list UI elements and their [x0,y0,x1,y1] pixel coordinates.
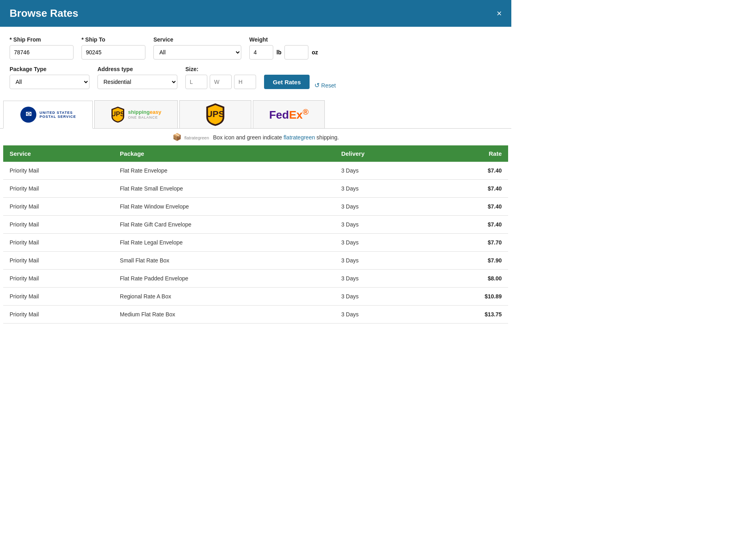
cell-service: Priority Mail [3,306,113,324]
flatrategreen-logo-text: flatrategreen [185,135,209,140]
cell-delivery: 3 Days [335,270,429,288]
cell-delivery: 3 Days [335,306,429,324]
cell-rate: $10.89 [429,288,508,306]
ship-from-input[interactable] [10,45,74,60]
cell-package: Flat Rate Small Envelope [113,180,335,198]
rates-section: Service Package Delivery Rate Priority M… [0,145,511,324]
flatrategreen-icon: 📦 [173,133,181,141]
cell-service: Priority Mail [3,288,113,306]
lb-unit-label: lb [276,49,281,56]
package-type-group: Package Type All Package Flat Rate Envel… [10,66,89,89]
cell-package: Flat Rate Window Envelope [113,198,335,216]
notice-text-before: Box icon and green indicate [213,134,284,141]
cell-service: Priority Mail [3,270,113,288]
cell-service: Priority Mail [3,198,113,216]
table-row: Priority Mail Flat Rate Envelope 3 Days … [3,162,508,180]
table-header: Service Package Delivery Rate [3,145,508,162]
table-row: Priority Mail Regional Rate A Box 3 Days… [3,288,508,306]
cell-package: Flat Rate Legal Envelope [113,234,335,252]
weight-oz-input[interactable] [284,45,308,60]
cell-delivery: 3 Days [335,234,429,252]
size-label: Size: [185,66,256,72]
size-l-input[interactable] [185,75,207,89]
form-row-2: Package Type All Package Flat Rate Envel… [10,66,502,89]
ups-shield-icon: UPS [111,106,125,123]
ship-from-group: * Ship From [10,36,74,60]
filter-form: * Ship From * Ship To Service All Priori… [0,27,511,100]
oz-unit-label: oz [312,49,318,56]
cell-rate: $7.70 [429,234,508,252]
col-rate: Rate [429,145,508,162]
cell-package: Flat Rate Gift Card Envelope [113,216,335,234]
service-label: Service [153,36,241,43]
modal-header: Browse Rates × [0,0,511,27]
close-button[interactable]: × [497,9,502,18]
table-row: Priority Mail Flat Rate Small Envelope 3… [3,180,508,198]
weight-lb-input[interactable] [249,45,273,60]
service-group: Service All Priority Mail First Class Pa… [153,36,241,60]
rates-table: Service Package Delivery Rate Priority M… [3,145,508,324]
fedex-logo: FedEx® [269,107,309,121]
cell-rate: $7.40 [429,180,508,198]
cell-rate: $13.75 [429,306,508,324]
table-row: Priority Mail Flat Rate Gift Card Envelo… [3,216,508,234]
weight-group: Weight lb oz [249,36,318,60]
col-service: Service [3,145,113,162]
table-row: Priority Mail Small Flat Rate Box 3 Days… [3,252,508,270]
cell-package: Small Flat Rate Box [113,252,335,270]
table-row: Priority Mail Flat Rate Legal Envelope 3… [3,234,508,252]
ship-to-input[interactable] [81,45,145,60]
address-type-label: Address type [97,66,177,72]
cell-delivery: 3 Days [335,288,429,306]
ship-to-label: * Ship To [81,36,145,43]
table-row: Priority Mail Flat Rate Window Envelope … [3,198,508,216]
cell-rate: $7.40 [429,198,508,216]
usps-logo: ✉ UNITED STATES POSTAL SERVICE [20,106,76,123]
flatrategreen-notice: 📦 flatrategreen Box icon and green indic… [0,129,511,145]
package-type-label: Package Type [10,66,89,72]
get-rates-button[interactable]: Get Rates [264,75,310,89]
carrier-tabs: ✉ UNITED STATES POSTAL SERVICE UPS shipp… [0,100,511,129]
notice-text-after: shipping. [316,134,339,141]
cell-delivery: 3 Days [335,252,429,270]
flatrategreen-link[interactable]: flatrategreen [284,134,315,141]
page-title: Browse Rates [10,7,78,20]
cell-service: Priority Mail [3,234,113,252]
ship-from-label: * Ship From [10,36,74,43]
action-buttons: Get Rates ↺ Reset [264,75,336,89]
cell-package: Medium Flat Rate Box [113,306,335,324]
reset-button[interactable]: ↺ Reset [314,81,336,89]
carrier-tab-ups-se[interactable]: UPS shippingeasy ONE BALANCE [94,100,178,128]
cell-delivery: 3 Days [335,216,429,234]
col-delivery: Delivery [335,145,429,162]
size-h-input[interactable] [234,75,256,89]
service-select[interactable]: All Priority Mail First Class Parcel Sel… [153,45,241,60]
size-inputs [185,75,256,89]
cell-delivery: 3 Days [335,198,429,216]
cell-package: Flat Rate Padded Envelope [113,270,335,288]
carrier-tab-usps[interactable]: ✉ UNITED STATES POSTAL SERVICE [3,101,93,129]
carrier-tab-ups[interactable]: UPS [179,100,251,128]
size-w-input[interactable] [210,75,232,89]
carrier-tab-fedex[interactable]: FedEx® [253,100,325,128]
cell-service: Priority Mail [3,180,113,198]
table-body: Priority Mail Flat Rate Envelope 3 Days … [3,162,508,324]
se-text: shippingeasy ONE BALANCE [128,109,161,119]
address-type-select[interactable]: Residential Commercial [97,75,177,89]
cell-package: Flat Rate Envelope [113,162,335,180]
table-row: Priority Mail Flat Rate Padded Envelope … [3,270,508,288]
ups-logo-icon: UPS [205,102,226,127]
ups-se-logo: UPS shippingeasy ONE BALANCE [111,106,161,123]
reset-icon: ↺ [314,81,320,89]
cell-rate: $7.90 [429,252,508,270]
cell-package: Regional Rate A Box [113,288,335,306]
usps-eagle-icon: ✉ [20,106,37,123]
cell-delivery: 3 Days [335,162,429,180]
form-row-1: * Ship From * Ship To Service All Priori… [10,36,502,60]
col-package: Package [113,145,335,162]
cell-service: Priority Mail [3,252,113,270]
package-type-select[interactable]: All Package Flat Rate Envelope Flat Rate… [10,75,89,89]
cell-service: Priority Mail [3,216,113,234]
address-type-group: Address type Residential Commercial [97,66,177,89]
svg-text:✉: ✉ [26,110,32,118]
